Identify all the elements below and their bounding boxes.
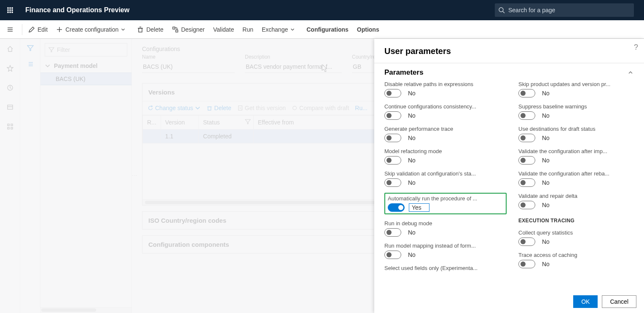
- toggle[interactable]: [384, 251, 401, 259]
- tree-horizontal-scrollbar[interactable]: [40, 307, 131, 313]
- toggle-value: No: [405, 156, 418, 165]
- svg-marker-35: [49, 48, 54, 52]
- toggle[interactable]: [384, 156, 401, 165]
- edit-button[interactable]: Edit: [24, 20, 52, 39]
- name-value[interactable]: BACS (UK): [142, 61, 235, 73]
- rail-recent[interactable]: [5, 83, 15, 93]
- param-generate-performance-trace: Generate performance traceNo: [384, 126, 507, 142]
- toggle[interactable]: [518, 156, 535, 165]
- param-label: Select used fields only (Experimenta...: [384, 265, 507, 271]
- tree-node-payment-model[interactable]: Payment model: [40, 59, 131, 73]
- search-placeholder: Search for a page: [508, 7, 555, 13]
- rail-modules[interactable]: [5, 121, 15, 132]
- waffle-icon: [7, 7, 13, 13]
- help-button[interactable]: ?: [634, 43, 638, 52]
- toggle[interactable]: [518, 201, 535, 209]
- svg-point-0: [8, 8, 8, 8]
- svg-rect-29: [8, 127, 9, 129]
- tree-panel: Filter Payment model BACS (UK): [20, 39, 132, 313]
- nav-toggle[interactable]: [0, 26, 20, 33]
- rail-home[interactable]: [5, 44, 15, 54]
- versions-run-button[interactable]: Ru...: [355, 105, 368, 111]
- col-status[interactable]: Status: [199, 116, 253, 130]
- user-parameters-flyout: ? User parameters Parameters Disable rel…: [374, 39, 644, 313]
- svg-point-6: [8, 12, 8, 13]
- description-value[interactable]: BACS vendor payment format f...: [245, 61, 342, 73]
- toggle-value: No: [539, 111, 552, 120]
- designer-icon: [172, 26, 179, 33]
- svg-rect-30: [11, 127, 13, 129]
- toggle-value: No: [539, 201, 552, 209]
- toggle[interactable]: [518, 178, 535, 187]
- change-status-button[interactable]: Change status: [148, 105, 201, 111]
- svg-point-2: [12, 8, 13, 8]
- param-trace-access-of-caching: Trace access of cachingNo: [518, 252, 641, 268]
- designer-button[interactable]: Designer: [168, 20, 209, 39]
- toggle[interactable]: [384, 111, 401, 120]
- toggle[interactable]: [384, 134, 401, 142]
- param-skip-product-updates-and-version-pr: Skip product updates and version pr...No: [518, 81, 641, 97]
- chevron-down-icon: [120, 27, 126, 32]
- toggle[interactable]: [518, 237, 535, 246]
- compare-icon: [292, 105, 298, 111]
- ok-button[interactable]: OK: [573, 295, 598, 308]
- svg-point-1: [10, 8, 11, 8]
- home-icon: [7, 46, 13, 52]
- toggle[interactable]: [384, 89, 401, 97]
- validate-button[interactable]: Validate: [209, 20, 239, 39]
- param-use-destinations-for-draft-status: Use destinations for draft statusNo: [518, 126, 641, 142]
- get-version-button[interactable]: Get this version: [237, 105, 286, 111]
- toggle[interactable]: [518, 111, 535, 120]
- col-version[interactable]: Version: [161, 116, 199, 130]
- param-validate-and-repair-delta: Validate and repair deltaNo: [518, 193, 641, 209]
- cancel-button[interactable]: Cancel: [602, 295, 636, 308]
- toggle[interactable]: [388, 203, 405, 212]
- rail-favorites[interactable]: [5, 63, 15, 73]
- run-button[interactable]: Run: [238, 20, 258, 39]
- svg-point-3: [8, 10, 8, 11]
- param-collect-query-statistics: Collect query statisticsNo: [518, 229, 641, 246]
- create-configuration-button[interactable]: Create configuration: [52, 20, 133, 39]
- toggle[interactable]: [384, 178, 401, 187]
- top-navbar: Finance and Operations Preview Search fo…: [0, 0, 644, 20]
- toggle[interactable]: [518, 134, 535, 142]
- toggle[interactable]: [518, 260, 535, 268]
- list-icon: [27, 61, 34, 67]
- delete-button[interactable]: Delete: [133, 20, 167, 39]
- global-search[interactable]: Search for a page: [495, 3, 634, 17]
- toggle[interactable]: [384, 228, 401, 237]
- tree-filter-toggle[interactable]: [27, 45, 34, 53]
- exchange-button[interactable]: Exchange: [258, 20, 302, 39]
- col-r[interactable]: R...: [143, 116, 161, 130]
- toggle-value: Yes: [409, 203, 429, 212]
- param-run-in-debug-mode: Run in debug modeNo: [384, 220, 507, 237]
- refresh-icon: [148, 105, 153, 111]
- svg-point-8: [12, 12, 13, 13]
- param-label: Collect query statistics: [518, 229, 641, 236]
- field-name: Name BACS (UK): [142, 54, 235, 73]
- param-select-used-fields-only-experimenta: Select used fields only (Experimenta...: [384, 265, 507, 271]
- toggle-value: No: [539, 260, 552, 268]
- app-launcher[interactable]: [0, 0, 20, 20]
- splitter-handle[interactable]: ⋮: [132, 173, 138, 179]
- options-tab[interactable]: Options: [353, 20, 384, 39]
- configurations-tab[interactable]: Configurations: [302, 20, 353, 39]
- toggle-value: No: [539, 89, 552, 97]
- compare-draft-button[interactable]: Compare with draft: [292, 105, 349, 111]
- trash-icon: [137, 26, 144, 33]
- field-description: Description BACS vendor payment format f…: [245, 54, 342, 73]
- tree-node-bacs-uk[interactable]: BACS (UK): [40, 73, 131, 85]
- versions-delete-button[interactable]: Delete: [207, 105, 231, 111]
- param-disable-relative-paths-in-expressions: Disable relative paths in expressionsNo: [384, 81, 507, 97]
- flyout-section-header[interactable]: Parameters: [374, 63, 644, 78]
- filter-icon: [48, 47, 54, 53]
- toggle-value: No: [405, 178, 418, 187]
- rail-workspaces[interactable]: [5, 102, 15, 112]
- param-label: Continue configurations consistency...: [384, 103, 507, 110]
- tree-filter-input[interactable]: Filter: [45, 43, 127, 57]
- plus-icon: [56, 26, 63, 33]
- tree-list-toggle[interactable]: [27, 61, 34, 69]
- toggle-value: No: [539, 156, 552, 165]
- svg-rect-38: [238, 106, 242, 111]
- toggle[interactable]: [518, 89, 535, 97]
